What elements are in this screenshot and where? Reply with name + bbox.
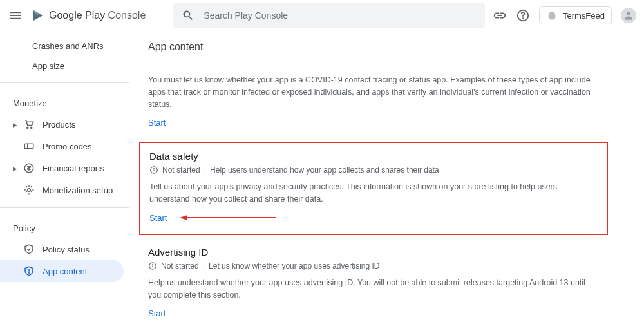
svg-point-12 bbox=[154, 169, 155, 169]
cart-icon bbox=[23, 118, 35, 130]
svg-point-9 bbox=[28, 189, 31, 192]
sidebar-section-monetize: Monetize bbox=[0, 90, 129, 113]
sidebar-item-label: Policy status bbox=[43, 245, 90, 254]
sidebar-item-label: Financial reports bbox=[43, 164, 104, 173]
header-actions: TermsFeed bbox=[493, 6, 636, 24]
search-icon bbox=[182, 9, 194, 22]
svg-point-3 bbox=[523, 18, 524, 19]
logo-text: Google Play Console bbox=[49, 10, 146, 21]
sidebar-item-products[interactable]: ▸ Products bbox=[0, 113, 124, 135]
svg-marker-14 bbox=[180, 215, 187, 220]
sidebar: Crashes and ANRs App size Monetize ▸ Pro… bbox=[0, 31, 129, 322]
shield-check-icon bbox=[23, 243, 35, 255]
svg-point-10 bbox=[29, 273, 30, 274]
svg-point-4 bbox=[627, 12, 630, 15]
sidebar-item-monetization-setup[interactable]: ▸ Monetization setup bbox=[0, 179, 124, 201]
svg-point-16 bbox=[153, 264, 153, 265]
divider bbox=[0, 289, 129, 289]
section-data-safety: Data safety Not started · Help users und… bbox=[139, 142, 608, 235]
status-row: Not started · Help users understand how … bbox=[149, 166, 598, 175]
status-hint: Help users understand how your app colle… bbox=[210, 166, 439, 175]
section-title: Data safety bbox=[149, 151, 598, 162]
search-box[interactable] bbox=[173, 3, 485, 28]
link-icon[interactable] bbox=[493, 8, 507, 23]
user-chip[interactable]: TermsFeed bbox=[539, 6, 612, 24]
chevron-right-icon: ▸ bbox=[13, 164, 18, 173]
start-button[interactable]: Start bbox=[148, 118, 166, 128]
svg-rect-7 bbox=[24, 144, 33, 149]
sidebar-item-policy-status[interactable]: ▸ Policy status bbox=[0, 238, 124, 260]
info-icon bbox=[149, 166, 158, 175]
chevron-right-icon: ▸ bbox=[13, 120, 18, 129]
section-advertising: Advertising ID Not started · Let us know… bbox=[148, 239, 599, 322]
user-label: TermsFeed bbox=[563, 11, 605, 21]
main-content: App content You must let us know whether… bbox=[129, 31, 618, 322]
sidebar-item-app-content[interactable]: ▸ App content bbox=[0, 260, 124, 282]
menu-icon[interactable] bbox=[8, 8, 23, 23]
logo[interactable]: Google Play Console bbox=[31, 8, 146, 23]
section-title: Advertising ID bbox=[148, 247, 599, 258]
svg-point-5 bbox=[27, 127, 28, 128]
status-text: Not started bbox=[161, 261, 199, 270]
app-header: Google Play Console TermsFeed bbox=[0, 0, 644, 31]
annotation-arrow-icon bbox=[180, 214, 276, 223]
sidebar-item-crashes[interactable]: Crashes and ANRs bbox=[0, 36, 124, 56]
section-covid: You must let us know whether your app is… bbox=[148, 66, 599, 138]
sidebar-item-label: App content bbox=[43, 267, 87, 276]
info-icon bbox=[148, 261, 157, 270]
start-button[interactable]: Start bbox=[149, 213, 167, 223]
status-hint: Let us know whether your app uses advert… bbox=[209, 261, 379, 270]
sidebar-item-label: Promo codes bbox=[43, 142, 92, 151]
status-text: Not started bbox=[162, 166, 200, 175]
divider bbox=[0, 82, 129, 83]
start-button[interactable]: Start bbox=[148, 308, 166, 318]
sidebar-item-financial[interactable]: ▸ Financial reports bbox=[0, 157, 124, 179]
divider bbox=[148, 57, 599, 57]
help-icon[interactable] bbox=[516, 8, 530, 23]
sidebar-item-app-size[interactable]: App size bbox=[0, 56, 124, 76]
sidebar-item-label: Crashes and ANRs bbox=[32, 41, 104, 51]
gear-icon bbox=[23, 184, 35, 196]
sidebar-section-policy: Policy bbox=[0, 214, 129, 238]
sidebar-item-promo[interactable]: ▸ Promo codes bbox=[0, 135, 124, 157]
ticket-icon bbox=[23, 140, 35, 152]
avatar[interactable] bbox=[621, 8, 636, 23]
sidebar-item-label: Monetization setup bbox=[43, 185, 113, 195]
page-title: App content bbox=[148, 41, 599, 53]
android-icon bbox=[546, 10, 558, 21]
dollar-icon bbox=[23, 162, 35, 174]
play-console-icon bbox=[31, 8, 45, 23]
sidebar-item-label: Products bbox=[43, 120, 75, 129]
shield-icon bbox=[23, 265, 35, 277]
sidebar-item-label: App size bbox=[32, 61, 64, 71]
section-description: Help us understand whether your app uses… bbox=[148, 277, 599, 301]
section-description: Tell us about your app's privacy and sec… bbox=[149, 181, 598, 205]
section-description: You must let us know whether your app is… bbox=[148, 74, 599, 110]
search-input[interactable] bbox=[204, 10, 476, 21]
status-row: Not started · Let us know whether your a… bbox=[148, 261, 599, 270]
svg-point-6 bbox=[31, 127, 32, 128]
divider bbox=[0, 207, 129, 208]
